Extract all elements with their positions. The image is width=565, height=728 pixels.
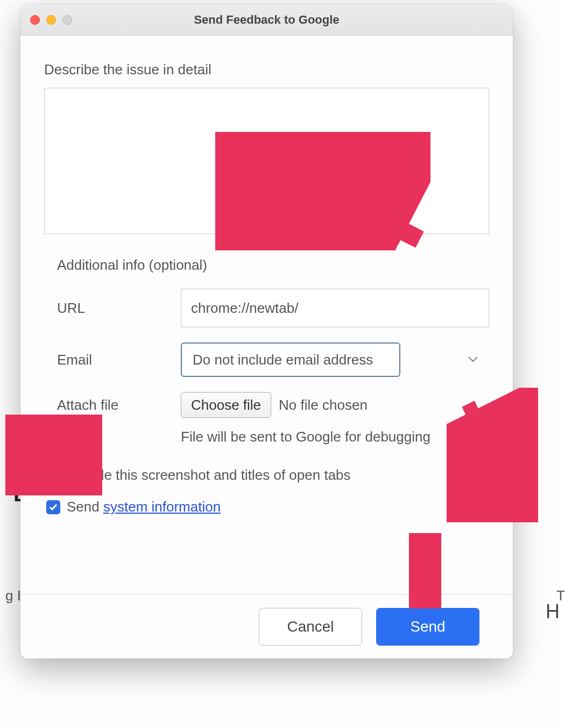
describe-label: Describe the issue in detail [44,61,489,78]
sysinfo-prefix: Send [67,499,103,515]
titlebar: Send Feedback to Google [20,4,513,36]
system-information-link[interactable]: system information [103,499,221,515]
additional-info-section: Additional info (optional) URL Email Do … [44,257,489,445]
url-label: URL [57,300,181,317]
send-button[interactable]: Send [376,608,479,646]
url-input[interactable] [181,289,489,327]
screenshot-checkbox-label: Include this screenshot and titles of op… [67,467,351,484]
attach-file-row: Attach file Choose file No file chosen [57,392,489,418]
url-row: URL [57,289,489,327]
sysinfo-checkbox-label: Send system information [67,499,221,515]
email-select-wrapper: Do not include email address [181,342,489,377]
additional-info-heading: Additional info (optional) [57,257,489,274]
chevron-down-icon [468,355,478,365]
email-row: Email Do not include email address [57,342,489,377]
feedback-dialog: Send Feedback to Google Describe the iss… [20,4,513,659]
maximize-window-button [62,15,72,25]
screenshot-checkbox[interactable] [46,468,60,482]
sysinfo-checkbox[interactable] [46,500,60,514]
screenshot-checkbox-row[interactable]: Include this screenshot and titles of op… [44,467,489,484]
cancel-button[interactable]: Cancel [259,608,362,646]
email-label: Email [57,352,181,368]
email-select[interactable]: Do not include email address [181,342,400,377]
description-input[interactable] [44,88,489,234]
choose-file-button[interactable]: Choose file [181,392,271,418]
dialog-content: Describe the issue in detail Additional … [20,36,513,594]
traffic-lights [30,15,72,25]
close-window-button[interactable] [30,15,40,25]
backdrop-letter-h: H [546,600,560,623]
file-hint-text: File will be sent to Google for debuggin… [181,429,489,445]
window-title: Send Feedback to Google [20,13,513,27]
sysinfo-checkbox-row[interactable]: Send system information [44,499,489,515]
dialog-footer: Cancel Send [20,594,513,659]
minimize-window-button[interactable] [46,15,56,25]
file-status-text: No file chosen [279,397,368,414]
attach-file-label: Attach file [57,397,181,414]
